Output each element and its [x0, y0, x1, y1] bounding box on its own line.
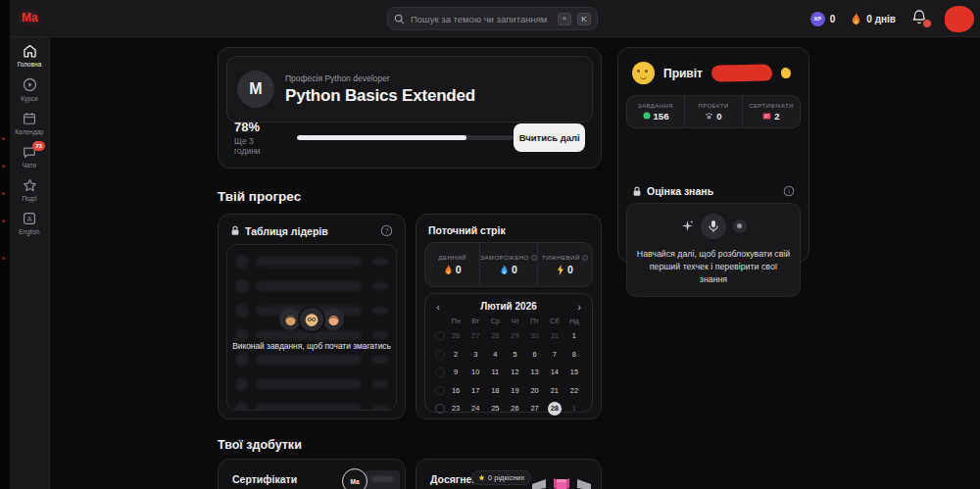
flame-orange-icon [444, 265, 453, 275]
sparkle-icon [681, 220, 694, 232]
calendar-next-button[interactable]: › [574, 302, 584, 312]
sidebar-item-label: English [19, 228, 39, 235]
edge-dot [2, 192, 5, 195]
notification-badge [922, 19, 932, 28]
search-icon [394, 14, 405, 24]
record-dot-icon [733, 220, 747, 233]
streak-calendar: ‹ Лютий 2026 › ПнВтСрЧтПтСбНд 2627282930… [424, 293, 593, 413]
sidebar-item-chats[interactable]: 73 Чати [10, 145, 49, 169]
leaderboard-help-icon[interactable]: ? [380, 224, 393, 237]
knowledge-info-icon[interactable]: i [783, 185, 795, 197]
profile-stats-box: ЗАВДАННЯ 156 ПРОЕКТИ 0 СЕРТИФІКАТИ 2 [626, 95, 801, 128]
greeting-emoji-icon [632, 62, 655, 84]
stat-projects: ПРОЕКТИ 0 [684, 96, 742, 127]
edge-dot [2, 220, 5, 222]
stat-value: 0 [716, 111, 721, 122]
streak-days-counter[interactable]: 0 днів [851, 13, 896, 25]
calendar-day: 8 [567, 348, 581, 362]
streak-stat-weekly: ТИЖНЕВИЙ 0 [537, 243, 592, 286]
lock-icon [230, 225, 240, 236]
calendar-day: 10 [468, 366, 482, 379]
calendar-day: 28 [488, 329, 502, 343]
streak-stat-value: 0 [456, 264, 462, 275]
calendar-day: 30 [528, 329, 542, 343]
calendar-day: 16 [449, 384, 463, 398]
course-card: M Професія Python developer Python Basic… [218, 47, 602, 169]
xp-counter[interactable]: XP 0 [810, 12, 836, 26]
calendar-day: 2 [449, 348, 463, 362]
profile-panel: Привіт ЗАВДАННЯ 156 ПРОЕКТИ 0 СЕРТИФІКАТ… [617, 47, 809, 263]
streak-stat-label: ДЕННИЙ [438, 254, 466, 261]
sidebar: Головна Курси Календар 73 Чати Події [10, 37, 50, 489]
sidebar-item-label: Події [22, 195, 36, 202]
week-ring-icon [435, 331, 445, 341]
progress-percent: 78% [234, 120, 281, 134]
sidebar-item-label: Головна [18, 61, 42, 68]
course-header[interactable]: M Професія Python developer Python Basic… [226, 56, 593, 122]
calendar-grid: 2627282930311234567891011121314151617181… [433, 329, 584, 416]
calendar-day: 26 [508, 402, 521, 416]
streak-days-value: 0 днів [866, 14, 896, 24]
sidebar-item-courses[interactable]: Курси [10, 77, 49, 102]
xp-icon: XP [810, 12, 825, 26]
sidebar-item-home[interactable]: Головна [10, 44, 49, 68]
flame-blue-icon [500, 265, 509, 275]
progress-fill [297, 135, 466, 140]
calendar-day: 26 [449, 329, 463, 343]
calendar-day: 18 [488, 384, 502, 398]
course-title: Python Basics Extended [285, 86, 475, 106]
calendar-day: 11 [488, 366, 502, 379]
knowledge-check-title: Оцінка знань [647, 185, 713, 197]
calendar-day: 1 [567, 329, 581, 343]
search-bar[interactable]: Пошук за темою чи запитанням ^ K [387, 7, 598, 30]
calendar-day: 12 [508, 366, 521, 379]
progress-section-heading: Твій прогрес [218, 189, 301, 204]
task-dot-icon [643, 112, 651, 120]
topbar: Ma Пошук за темою чи запитанням ^ K XP 0… [10, 0, 980, 37]
streak-card: Поточний стрік ДЕННИЙ 0 ЗАМОРОЖЕНО 0 ТИЖ… [416, 214, 602, 419]
calendar-day: 29 [508, 329, 521, 343]
sidebar-item-label: Чати [23, 162, 36, 169]
certificate-thumbnail[interactable] [365, 470, 400, 489]
achievements-card: Досягнення 0 рідкісних [416, 459, 602, 489]
leaderboard-row-placeholder [235, 352, 388, 367]
sidebar-item-calendar[interactable]: Календар [10, 112, 49, 135]
course-category: Професія Python developer [285, 73, 475, 83]
edge-dot [2, 257, 5, 260]
notifications-button[interactable] [911, 9, 929, 28]
stat-value: 2 [774, 111, 779, 122]
calendar-dayname: Пн [451, 317, 460, 325]
leaderboard-row-placeholder [235, 376, 388, 392]
streak-stat-label: ТИЖНЕВИЙ [542, 254, 580, 261]
progress-bar [297, 135, 514, 140]
calendar-icon [23, 112, 36, 125]
calendar-day: 23 [449, 402, 463, 416]
knowledge-locked-message: Навчайся далі, щоб розблокувати свій пер… [635, 248, 792, 287]
streak-title: Поточний стрік [428, 224, 506, 236]
app-logo[interactable]: Ma [22, 11, 38, 24]
course-logo: M [237, 71, 274, 108]
calendar-day: 9 [449, 366, 463, 379]
chat-unread-badge: 73 [32, 141, 45, 151]
sidebar-item-english[interactable]: A English [10, 212, 49, 235]
info-icon [582, 255, 588, 261]
edge-dot [2, 165, 5, 168]
continue-learning-button[interactable]: Вчитись далі [514, 123, 585, 152]
user-avatar[interactable] [945, 6, 974, 32]
emoji-avatar-icon [298, 306, 325, 333]
paw-icon [705, 112, 713, 121]
calendar-day: 14 [548, 366, 562, 379]
calendar-day: 15 [567, 366, 581, 379]
home-icon [23, 44, 37, 58]
calendar-day: 17 [468, 384, 482, 398]
sidebar-item-events[interactable]: Події [10, 178, 49, 202]
stat-label: ЗАВДАННЯ [638, 103, 673, 109]
leaderboard-avatars [282, 306, 341, 333]
play-circle-icon [23, 77, 37, 92]
calendar-prev-button[interactable]: ‹ [433, 302, 443, 312]
calendar-day-today: 28 [548, 402, 562, 416]
greeting-text: Привіт [663, 67, 703, 80]
greeting-row: Привіт [618, 48, 808, 94]
lock-icon [632, 186, 642, 197]
calendar-dayname: Пт [530, 317, 539, 325]
